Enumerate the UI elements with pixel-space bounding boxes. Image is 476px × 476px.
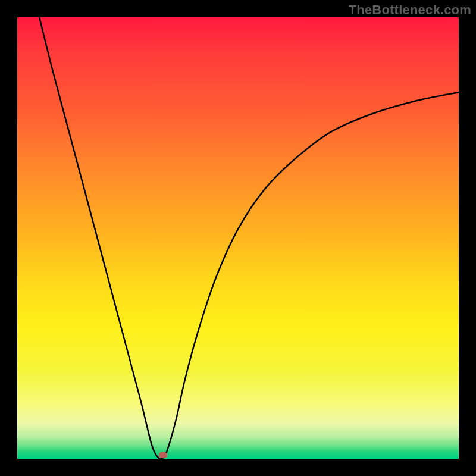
chart-frame: TheBottleneck.com — [0, 0, 476, 476]
watermark-label: TheBottleneck.com — [349, 2, 471, 18]
plot-area — [17, 17, 459, 459]
optimal-point-marker — [159, 452, 167, 458]
bottleneck-curve — [17, 17, 459, 459]
